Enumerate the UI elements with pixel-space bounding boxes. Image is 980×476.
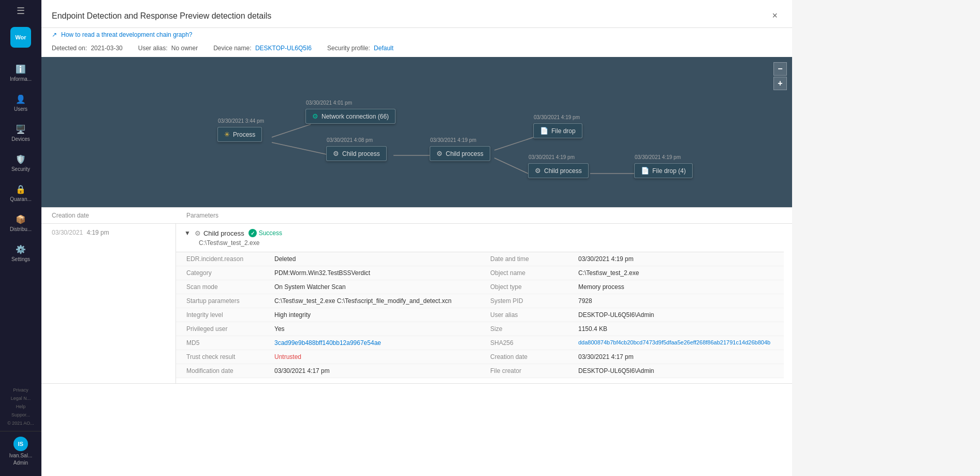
sidebar-user[interactable]: IS Ivan.Sal... Admin <box>0 431 41 471</box>
process-node-label: Process <box>233 131 255 138</box>
detail-creation-date: Creation date 03/30/2021 4:17 pm <box>480 350 784 364</box>
information-icon: ℹ️ <box>16 64 26 74</box>
process-node[interactable]: 03/30/2021 3:44 pm ✳ Process <box>217 127 262 142</box>
sidebar-item-label: Quaran... <box>10 196 32 202</box>
detail-integrity: Integrity level High integrity <box>176 308 480 322</box>
external-link-icon: ↗ <box>52 31 57 38</box>
zoom-controls: − + <box>773 62 787 90</box>
detail-trust: Trust check result Untrusted <box>176 350 480 364</box>
event-type: ⚙ Child process <box>195 229 244 237</box>
event-date: 03/30/2021 4:19 pm <box>41 224 176 383</box>
support-link[interactable]: Suppor... <box>11 412 30 417</box>
child-process-1-node[interactable]: 03/30/2021 4:08 pm ⚙ Child process <box>326 146 387 161</box>
file-drop-1-node[interactable]: 03/30/2021 4:19 pm 📄 File drop <box>533 123 582 138</box>
help-link[interactable]: Help <box>16 404 26 409</box>
detail-mod-date: Modification date 03/30/2021 4:17 pm <box>176 364 480 378</box>
device-label: Device name: DESKTOP-UL6Q5I6 <box>213 45 312 52</box>
detail-object-type: Object type Memory process <box>480 280 784 294</box>
success-label: Success <box>259 229 282 237</box>
detail-system-pid: System PID 7928 <box>480 294 784 308</box>
filedrop2-node-label: File drop (4) <box>652 167 686 175</box>
sidebar-item-label: Distribu... <box>10 226 32 232</box>
device-value[interactable]: DESKTOP-UL6Q5I6 <box>255 45 312 52</box>
sidebar-item-label: Informa... <box>10 76 32 82</box>
detail-category: Category PDM:Worm.Win32.TestBSSVerdict <box>176 266 480 280</box>
sidebar-item-devices[interactable]: 🖥️ Devices <box>0 118 41 148</box>
user-name: Ivan.Sal... <box>9 453 32 458</box>
process-node-time: 03/30/2021 3:44 pm <box>218 118 264 124</box>
user-role: Admin <box>13 460 28 466</box>
network-node-label: Network connection (66) <box>321 113 389 120</box>
sidebar-item-settings[interactable]: ⚙️ Settings <box>0 238 41 268</box>
users-icon: 👤 <box>16 94 26 104</box>
child-process-3-node[interactable]: 03/30/2021 4:19 pm ⚙ Child process <box>528 163 589 178</box>
sha256-link[interactable]: dda800874b7bf4cb20bcd7473d9f5dfaa5e26eff… <box>578 339 770 345</box>
dialog-subheader: ↗ How to read a threat development chain… <box>41 28 792 41</box>
event-content: ▼ ⚙ Child process Success C:\Test\sw_tes… <box>176 224 792 383</box>
menu-toggle[interactable]: ☰ <box>0 5 41 17</box>
detail-object-name: Object name C:\Test\sw_test_2.exe <box>480 266 784 280</box>
sidebar-item-distribution[interactable]: 📦 Distribu... <box>0 208 41 238</box>
sidebar-item-information[interactable]: ℹ️ Informa... <box>0 58 41 88</box>
detected-value: 2021-03-30 <box>91 45 122 52</box>
filedrop1-node-label: File drop <box>551 127 576 135</box>
event-row: 03/30/2021 4:19 pm ▼ ⚙ Child process Suc… <box>41 224 792 384</box>
dialog-header: Endpoint Detection and Response Preview … <box>41 0 792 28</box>
child1-node-icon: ⚙ <box>333 150 339 157</box>
child2-node-label: Child process <box>446 150 484 157</box>
graph-connections <box>41 57 792 207</box>
filedrop2-node-time: 03/30/2021 4:19 pm <box>635 154 681 160</box>
sidebar-item-security[interactable]: 🛡️ Security <box>0 148 41 178</box>
svg-line-1 <box>272 142 331 155</box>
filedrop2-node-icon: 📄 <box>641 167 649 175</box>
sidebar-item-quarantine[interactable]: 🔒 Quaran... <box>0 178 41 208</box>
details-right: Date and time 03/30/2021 4:19 pm Object … <box>480 252 784 378</box>
sidebar-item-users[interactable]: 👤 Users <box>0 88 41 118</box>
sidebar-footer: Privacy Legal N... Help Suppor... © 2021… <box>0 382 41 431</box>
hamburger-icon: ☰ <box>17 6 25 16</box>
help-link[interactable]: How to read a threat development chain g… <box>61 31 193 38</box>
event-date-value: 03/30/2021 4:19 pm <box>52 229 109 236</box>
network-node[interactable]: 03/30/2021 4:01 pm ⚙ Network connection … <box>305 109 396 124</box>
event-path: C:\Test\sw_test_2.exe <box>195 239 784 247</box>
md5-link[interactable]: 3cad99e9b488bff140bb12a9967e54ae <box>274 339 381 347</box>
child-process-2-node[interactable]: 03/30/2021 4:19 pm ⚙ Child process <box>430 146 490 161</box>
filedrop1-node-time: 03/30/2021 4:19 pm <box>534 114 580 120</box>
sidebar-item-label: Settings <box>11 256 30 262</box>
table-section: Creation date Parameters 03/30/2021 4:19… <box>41 207 792 476</box>
legal-link[interactable]: Legal N... <box>11 396 31 401</box>
child2-node-icon: ⚙ <box>436 150 443 157</box>
zoom-out-button[interactable]: − <box>773 62 787 76</box>
sidebar-nav: ℹ️ Informa... 👤 Users 🖥️ Devices 🛡️ Secu… <box>0 58 41 382</box>
privacy-link[interactable]: Privacy <box>13 387 28 393</box>
event-type-icon: ⚙ <box>195 229 201 237</box>
event-type-label: Child process <box>203 229 244 237</box>
child3-node-icon: ⚙ <box>535 167 541 175</box>
detail-sha256: SHA256 dda800874b7bf4cb20bcd7473d9f5dfaa… <box>480 336 784 350</box>
detail-md5: MD5 3cad99e9b488bff140bb12a9967e54ae <box>176 336 480 350</box>
sidebar-logo: Wor <box>10 27 31 48</box>
detail-edr: EDR.incident.reason Deleted <box>176 252 480 266</box>
details-panel: EDR.incident.reason Deleted Category PDM… <box>176 252 784 378</box>
expand-button[interactable]: ▼ <box>184 229 191 237</box>
file-drop-2-node[interactable]: 03/30/2021 4:19 pm 📄 File drop (4) <box>634 163 693 178</box>
detail-startup-params: Startup parameters C:\Test\sw_test_2.exe… <box>176 294 480 308</box>
close-button[interactable]: × <box>768 8 782 23</box>
details-grid: EDR.incident.reason Deleted Category PDM… <box>176 252 784 378</box>
detail-scan-mode: Scan mode On System Watcher Scan <box>176 280 480 294</box>
settings-icon: ⚙️ <box>16 244 26 254</box>
filedrop1-node-icon: 📄 <box>540 127 548 135</box>
zoom-in-button[interactable]: + <box>773 77 787 90</box>
svg-line-4 <box>494 158 528 174</box>
svg-line-0 <box>272 124 311 137</box>
process-node-icon: ✳ <box>224 131 230 138</box>
child3-node-label: Child process <box>544 167 582 175</box>
child2-node-time: 03/30/2021 4:19 pm <box>430 137 476 143</box>
security-value[interactable]: Default <box>374 45 393 52</box>
sidebar: ☰ Wor ℹ️ Informa... 👤 Users 🖥️ Devices 🛡… <box>0 0 41 476</box>
detected-label: Detected on: 2021-03-30 <box>52 45 123 52</box>
distribution-icon: 📦 <box>16 214 26 224</box>
user-avatar: IS <box>13 437 28 451</box>
event-title-row: ▼ ⚙ Child process Success <box>184 229 784 237</box>
child3-node-time: 03/30/2021 4:19 pm <box>529 154 575 160</box>
